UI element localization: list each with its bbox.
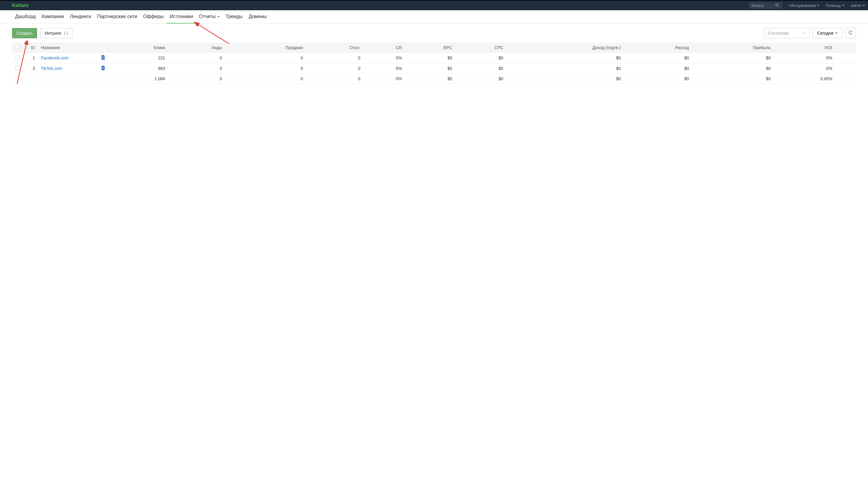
notes-icon[interactable] bbox=[101, 66, 105, 71]
row-cr: 0% bbox=[363, 63, 405, 74]
state-filter[interactable]: Состояние bbox=[764, 28, 810, 38]
chevron-down-icon bbox=[817, 5, 819, 6]
nav-dashboard-label: Дашборд bbox=[15, 14, 36, 19]
row-declines: 0 bbox=[306, 53, 363, 63]
nav-offers-label: Офферы bbox=[143, 14, 164, 19]
totals-row: 1 084 0 0 0 0% $0 $0 $0 $0 $0 0,00% bbox=[12, 74, 856, 84]
topmenu-help[interactable]: Помощь bbox=[826, 3, 844, 8]
topmenu-maintenance[interactable]: Обслуживание bbox=[789, 3, 819, 8]
nav-sources[interactable]: Источники bbox=[167, 10, 196, 23]
row-profit: $0 bbox=[692, 53, 774, 63]
source-name-link[interactable]: TikTok.com bbox=[41, 66, 62, 71]
col-notes bbox=[98, 42, 108, 53]
topmenu-user-label: admin bbox=[851, 3, 862, 8]
table-header-row: ID Название Клики Лиды Продажи Откл. CR … bbox=[12, 42, 856, 53]
total-cpc: $0 bbox=[455, 74, 506, 84]
row-sales: 0 bbox=[225, 63, 306, 74]
col-epc[interactable]: EPC bbox=[405, 42, 455, 53]
nav-offers[interactable]: Офферы bbox=[140, 10, 167, 23]
nav-dashboard[interactable]: Дашборд bbox=[12, 10, 39, 23]
svg-rect-5 bbox=[102, 67, 104, 68]
col-leads[interactable]: Лиды bbox=[168, 42, 225, 53]
nav-trends-label: Тренды bbox=[226, 14, 243, 19]
row-id: 3 bbox=[23, 63, 38, 74]
nav-campaigns[interactable]: Кампании bbox=[39, 10, 67, 23]
col-revenue[interactable]: Доход (подтв.) bbox=[506, 42, 624, 53]
date-range-button[interactable]: Сегодня bbox=[813, 28, 842, 38]
total-declines: 0 bbox=[306, 74, 363, 84]
col-roi[interactable]: ROI bbox=[774, 42, 835, 53]
nav-reports-label: Отчеты bbox=[199, 14, 215, 19]
row-roi: 0% bbox=[774, 53, 835, 63]
main-nav: Дашборд Кампании Лендинги Партнерские се… bbox=[0, 10, 868, 23]
nav-landings-label: Лендинги bbox=[70, 14, 91, 19]
chevron-down-icon bbox=[835, 33, 837, 34]
refresh-icon bbox=[848, 31, 853, 36]
brand-logo: Keitaro bbox=[12, 3, 29, 8]
notes-icon[interactable] bbox=[101, 56, 105, 61]
metrics-button[interactable]: Метрики 13 bbox=[40, 28, 73, 38]
chevron-down-icon bbox=[842, 5, 845, 6]
total-revenue: $0 bbox=[506, 74, 624, 84]
total-sales: 0 bbox=[225, 74, 306, 84]
row-cr: 0% bbox=[363, 53, 405, 63]
source-name-link[interactable]: Facebook.com bbox=[41, 55, 69, 60]
row-id: 1 bbox=[23, 53, 38, 63]
total-roi: 0,00% bbox=[774, 74, 835, 84]
create-button[interactable]: Создать bbox=[12, 28, 37, 38]
svg-rect-2 bbox=[102, 57, 104, 57]
row-clicks: 221 bbox=[108, 53, 168, 63]
row-cost: $0 bbox=[624, 53, 692, 63]
nav-sources-label: Источники bbox=[170, 14, 193, 19]
nav-domains-label: Домены bbox=[249, 14, 267, 19]
total-profit: $0 bbox=[692, 74, 774, 84]
chevron-down-icon bbox=[803, 31, 806, 36]
row-revenue: $0 bbox=[506, 63, 624, 74]
nav-trends[interactable]: Тренды bbox=[223, 10, 246, 23]
col-spacer bbox=[835, 42, 856, 53]
svg-rect-3 bbox=[102, 57, 104, 58]
topmenu-user[interactable]: admin bbox=[851, 3, 865, 8]
nav-domains[interactable]: Домены bbox=[246, 10, 270, 23]
col-cr[interactable]: CR bbox=[363, 42, 405, 53]
col-sales[interactable]: Продажи bbox=[225, 42, 306, 53]
topmenu-maintenance-label: Обслуживание bbox=[789, 3, 816, 8]
total-cr: 0% bbox=[363, 74, 405, 84]
create-button-label: Создать bbox=[17, 31, 33, 36]
row-checkbox[interactable] bbox=[15, 66, 20, 70]
total-clicks: 1 084 bbox=[108, 74, 168, 84]
nav-campaigns-label: Кампании bbox=[42, 14, 64, 19]
row-cpc: $0 bbox=[455, 63, 506, 74]
col-name[interactable]: Название bbox=[38, 42, 98, 53]
state-filter-label: Состояние bbox=[768, 31, 789, 36]
row-leads: 0 bbox=[168, 63, 225, 74]
col-cpc[interactable]: CPC bbox=[455, 42, 506, 53]
table-row: 1 Facebook.com 221 0 0 0 0% $0 $0 $0 $0 … bbox=[12, 53, 856, 63]
svg-rect-7 bbox=[102, 69, 104, 69]
select-all-checkbox[interactable] bbox=[15, 45, 20, 49]
date-range-label: Сегодня bbox=[817, 31, 833, 36]
row-checkbox[interactable] bbox=[15, 55, 20, 60]
nav-landings[interactable]: Лендинги bbox=[67, 10, 94, 23]
col-id[interactable]: ID bbox=[23, 42, 38, 53]
row-cost: $0 bbox=[624, 63, 692, 74]
col-profit[interactable]: Прибыль bbox=[692, 42, 774, 53]
topmenu-help-label: Помощь bbox=[826, 3, 841, 8]
svg-rect-4 bbox=[102, 58, 104, 58]
search-input[interactable] bbox=[752, 3, 773, 8]
row-profit: $0 bbox=[692, 63, 774, 74]
row-sales: 0 bbox=[225, 53, 306, 63]
col-clicks[interactable]: Клики bbox=[108, 42, 168, 53]
nav-reports[interactable]: Отчеты bbox=[196, 10, 222, 23]
total-epc: $0 bbox=[405, 74, 455, 84]
svg-line-1 bbox=[778, 6, 779, 7]
refresh-button[interactable] bbox=[845, 28, 856, 38]
col-declines[interactable]: Откл. bbox=[306, 42, 363, 53]
search-icon bbox=[775, 3, 779, 8]
row-declines: 0 bbox=[306, 63, 363, 74]
chevron-down-icon bbox=[863, 5, 865, 6]
row-revenue: $0 bbox=[506, 53, 624, 63]
nav-networks[interactable]: Партнерские сети bbox=[94, 10, 140, 23]
col-cost[interactable]: Расход bbox=[624, 42, 692, 53]
search-box[interactable] bbox=[749, 2, 782, 9]
